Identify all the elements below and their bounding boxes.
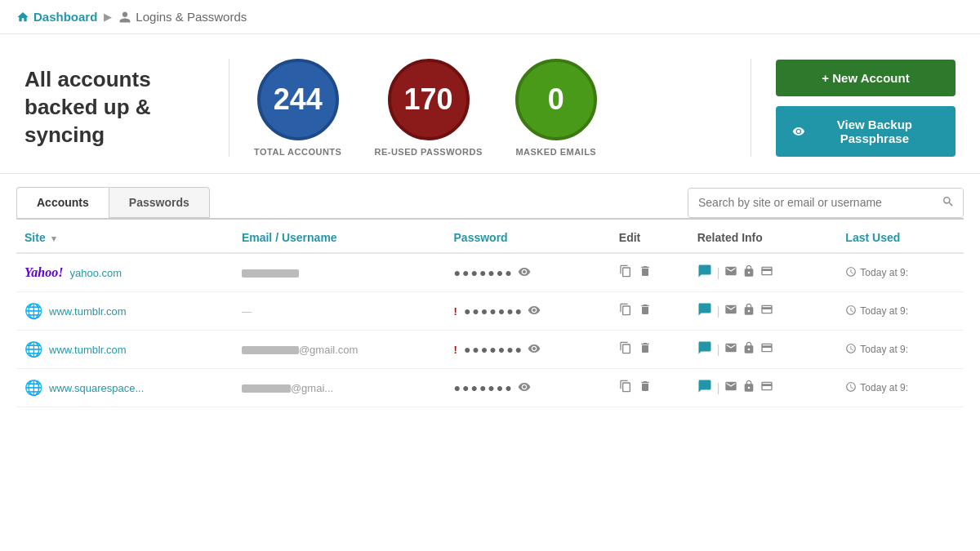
email-cell: @gmai...: [242, 382, 438, 394]
clock-icon: [845, 266, 857, 280]
site-link[interactable]: www.tumblr.com: [49, 305, 127, 318]
tabs-row: Accounts Passwords: [0, 174, 980, 218]
card-icon[interactable]: [760, 264, 773, 281]
email-icon[interactable]: [724, 303, 737, 319]
tab-accounts[interactable]: Accounts: [16, 187, 109, 218]
col-site: Site ▾: [16, 220, 234, 253]
lock-icon[interactable]: [742, 380, 755, 396]
delete-icon[interactable]: [639, 264, 652, 281]
accounts-table-wrap: Site ▾ Email / Username Password Edit Re…: [0, 220, 980, 407]
last-used-cell: Today at 9:: [845, 304, 956, 318]
last-used-cell: Today at 9:: [845, 381, 956, 395]
password-cell: ●●●●●●●: [454, 380, 603, 396]
col-edit: Edit: [611, 220, 689, 253]
site-cell: Yahoo! yahoo.com: [24, 265, 225, 280]
home-icon: [16, 11, 29, 24]
breadcrumb-home[interactable]: Dashboard: [16, 10, 97, 24]
copy-icon[interactable]: [619, 380, 632, 396]
reused-passwords-stat: 170 RE-USED PASSWORDS: [374, 59, 482, 157]
eye-toggle-icon[interactable]: [528, 304, 541, 319]
accounts-table: Site ▾ Email / Username Password Edit Re…: [16, 220, 964, 407]
view-backup-button[interactable]: View Backup Passphrase: [776, 106, 956, 157]
edit-cell: [619, 264, 681, 281]
eye-toggle-icon[interactable]: [518, 265, 531, 281]
last-used-text: Today at 9:: [860, 267, 908, 278]
email-suffix: @gmail.com: [299, 344, 358, 356]
email-icon[interactable]: [724, 380, 737, 396]
col-password: Password: [446, 220, 611, 253]
password-cell: ! ●●●●●●●: [454, 342, 603, 358]
eye-toggle-icon[interactable]: [528, 342, 541, 358]
edit-cell: [619, 341, 681, 358]
table-row: 🌐 www.squarespace... @gmai... ●●●●●●● |: [16, 369, 964, 407]
backup-status: All accounts backed up & syncing: [24, 66, 204, 149]
chat-icon[interactable]: [697, 264, 712, 282]
chat-icon[interactable]: [697, 340, 712, 358]
email-cell: @gmail.com: [242, 344, 438, 356]
site-cell: 🌐 www.tumblr.com: [24, 340, 225, 358]
lock-icon[interactable]: [742, 341, 755, 358]
col-email: Email / Username: [234, 220, 446, 253]
globe-icon: 🌐: [24, 340, 42, 358]
related-info-cell: |: [697, 340, 830, 358]
stats-actions: + New Account View Backup Passphrase: [776, 60, 956, 157]
new-account-button[interactable]: + New Account: [776, 60, 956, 96]
delete-icon[interactable]: [639, 303, 652, 319]
clock-icon: [845, 381, 857, 395]
globe-icon: 🌐: [24, 302, 42, 320]
card-icon[interactable]: [760, 303, 773, 319]
breadcrumb: Dashboard ▶ Logins & Passwords: [0, 0, 980, 34]
card-icon[interactable]: [760, 341, 773, 358]
related-separator: |: [717, 266, 720, 279]
email-suffix: @gmai...: [291, 382, 333, 394]
reused-passwords-label: RE-USED PASSWORDS: [374, 147, 482, 157]
total-accounts-circle: 244: [257, 59, 339, 140]
search-icon: [933, 189, 963, 217]
email-blur: [242, 269, 299, 278]
tab-passwords[interactable]: Passwords: [109, 187, 210, 218]
chat-icon[interactable]: [697, 379, 712, 397]
sort-arrow-icon[interactable]: ▾: [51, 233, 56, 243]
email-icon[interactable]: [724, 341, 737, 358]
email-cell: [242, 267, 438, 279]
email-cell: —: [242, 305, 438, 318]
clock-icon: [845, 343, 857, 357]
eye-toggle-icon[interactable]: [518, 380, 531, 396]
warning-icon: !: [454, 305, 457, 318]
edit-cell: [619, 303, 681, 319]
email-icon[interactable]: [724, 264, 737, 281]
copy-icon[interactable]: [619, 303, 632, 319]
card-icon[interactable]: [760, 380, 773, 396]
copy-icon[interactable]: [619, 264, 632, 281]
total-accounts-label: TOTAL ACCOUNTS: [254, 147, 341, 157]
site-link[interactable]: www.tumblr.com: [49, 344, 127, 356]
last-used-cell: Today at 9:: [845, 343, 956, 357]
breadcrumb-separator: ▶: [104, 11, 112, 23]
breadcrumb-current: Logins & Passwords: [118, 10, 247, 24]
copy-icon[interactable]: [619, 341, 632, 358]
password-dots: ●●●●●●●: [454, 381, 514, 394]
lock-icon[interactable]: [742, 264, 755, 281]
chat-icon[interactable]: [697, 302, 712, 320]
site-cell: 🌐 www.tumblr.com: [24, 302, 225, 320]
password-dots: ●●●●●●●: [464, 343, 523, 356]
email-blur: [242, 346, 299, 354]
tabs: Accounts Passwords: [16, 187, 210, 218]
divider-1: [229, 59, 229, 157]
col-last-used: Last Used: [837, 220, 964, 253]
delete-icon[interactable]: [639, 341, 652, 358]
password-cell: ●●●●●●●: [454, 265, 603, 281]
last-used-text: Today at 9:: [860, 344, 908, 355]
stats-section: All accounts backed up & syncing 244 TOT…: [0, 34, 980, 174]
related-separator: |: [717, 381, 720, 394]
lock-icon[interactable]: [742, 303, 755, 319]
site-link[interactable]: www.squarespace...: [49, 382, 144, 394]
last-used-cell: Today at 9:: [845, 266, 956, 280]
site-link[interactable]: yahoo.com: [69, 267, 122, 279]
yahoo-logo-icon: Yahoo!: [24, 265, 63, 280]
delete-icon[interactable]: [639, 380, 652, 396]
masked-emails-label: MASKED EMAILS: [515, 147, 597, 157]
last-used-text: Today at 9:: [860, 305, 908, 317]
search-input[interactable]: [688, 189, 933, 216]
person-icon: [118, 11, 131, 24]
